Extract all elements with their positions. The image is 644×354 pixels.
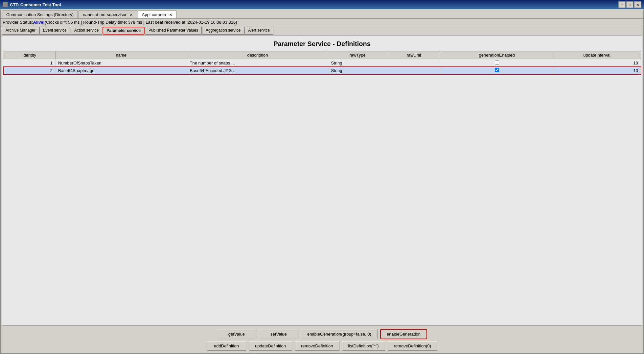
cell-rawunit	[387, 67, 441, 74]
page-title: Parameter Service - Definitions	[2, 36, 642, 51]
remove-definition-0-button[interactable]: removeDefinition(0)	[388, 341, 437, 351]
cell-rawtype: String	[328, 67, 387, 74]
list-definition-button[interactable]: listDefinition("*")	[342, 341, 385, 351]
cell-update-interval: 10	[553, 59, 641, 67]
cell-description: Base64 Encoded JPG ...	[187, 67, 328, 74]
window-body: Communication Settings (Directory) nanos…	[0, 9, 644, 354]
cell-rawunit	[387, 59, 441, 67]
cell-generation-enabled[interactable]	[441, 59, 553, 67]
tab-event-service[interactable]: Event service	[39, 27, 70, 35]
tab-alert-service[interactable]: Alert service	[244, 27, 273, 35]
button-row-1: getValue setValue enableGeneration(group…	[217, 329, 427, 339]
cell-identity: 1	[3, 59, 56, 67]
service-tab-bar: Archive Manager Event service Action ser…	[1, 26, 643, 35]
tab-published-parameter-values[interactable]: Published Parameter Values	[145, 27, 202, 35]
close-camera-tab[interactable]: ✕	[169, 13, 172, 17]
tab-nanosat-mo-supervisor[interactable]: nanosat-mo-supervisor ✕	[79, 11, 137, 18]
bottom-buttons: getValue setValue enableGeneration(group…	[1, 326, 643, 353]
col-name: name	[55, 51, 187, 59]
tab-communication-settings[interactable]: Communication Settings (Directory)	[2, 11, 78, 18]
main-content: Parameter Service - Definitions Identity…	[2, 35, 642, 326]
tab-action-service[interactable]: Action service	[71, 27, 103, 35]
tab-parameter-service[interactable]: Parameter service	[103, 27, 144, 35]
definitions-table-container: Identity name description rawType rawUni…	[3, 51, 641, 325]
app-icon	[3, 2, 8, 7]
title-bar: CTT: Consumer Test Tool ─ □ ✕	[0, 0, 644, 9]
status-prefix: Provider Status:	[3, 20, 33, 25]
cell-rawtype: String	[328, 59, 387, 67]
cell-name: NumberOfSnapsTaken	[55, 59, 187, 67]
status-alive: Alive!	[33, 20, 45, 25]
tab-app-camera[interactable]: App: camera ✕	[138, 11, 176, 18]
set-value-button[interactable]: setValue	[259, 329, 298, 339]
close-nanosat-tab[interactable]: ✕	[130, 13, 133, 17]
window-title: CTT: Consumer Test Tool	[10, 2, 61, 7]
definitions-table: Identity name description rawType rawUni…	[3, 51, 641, 74]
enable-generation-button[interactable]: enableGeneration	[380, 329, 427, 339]
col-update-interval: updateInterval	[553, 51, 641, 59]
cell-identity: 2	[3, 67, 56, 74]
top-tab-bar: Communication Settings (Directory) nanos…	[1, 9, 643, 18]
update-definition-button[interactable]: updateDefinition	[249, 341, 292, 351]
cell-generation-enabled[interactable]	[441, 67, 553, 74]
col-generation-enabled: generationEnabled	[441, 51, 553, 59]
generation-enabled-checkbox[interactable]	[495, 68, 499, 72]
button-row-2: addDefinition updateDefinition removeDef…	[207, 341, 437, 351]
minimize-button[interactable]: ─	[618, 1, 626, 8]
table-row[interactable]: 1NumberOfSnapsTakenThe number of snaps .…	[3, 59, 641, 67]
table-header-row: Identity name description rawType rawUni…	[3, 51, 641, 59]
get-value-button[interactable]: getValue	[217, 329, 256, 339]
enable-generation-group-button[interactable]: enableGeneration(group=false, 0)	[301, 329, 378, 339]
cell-update-interval: 10	[553, 67, 641, 74]
generation-enabled-checkbox[interactable]	[495, 60, 499, 64]
remove-definition-button[interactable]: removeDefinition	[295, 341, 339, 351]
col-identity: Identity	[3, 51, 56, 59]
status-detail: (Clocks diff: 56 ms | Round-Trip Delay t…	[45, 20, 237, 25]
table-row[interactable]: 2Base64SnapImageBase64 Encoded JPG ...St…	[3, 67, 641, 74]
col-description: description	[187, 51, 328, 59]
col-rawtype: rawType	[328, 51, 387, 59]
maximize-button[interactable]: □	[626, 1, 633, 8]
tab-aggregation-service[interactable]: Aggregation service	[202, 27, 244, 35]
provider-status-bar: Provider Status: Alive! (Clocks diff: 56…	[1, 18, 643, 26]
tab-archive-manager[interactable]: Archive Manager	[2, 27, 39, 35]
cell-name: Base64SnapImage	[55, 67, 187, 74]
col-rawunit: rawUnit	[387, 51, 441, 59]
cell-description: The number of snaps ...	[187, 59, 328, 67]
add-definition-button[interactable]: addDefinition	[207, 341, 246, 351]
window-controls: ─ □ ✕	[618, 1, 641, 8]
close-button[interactable]: ✕	[634, 1, 641, 8]
